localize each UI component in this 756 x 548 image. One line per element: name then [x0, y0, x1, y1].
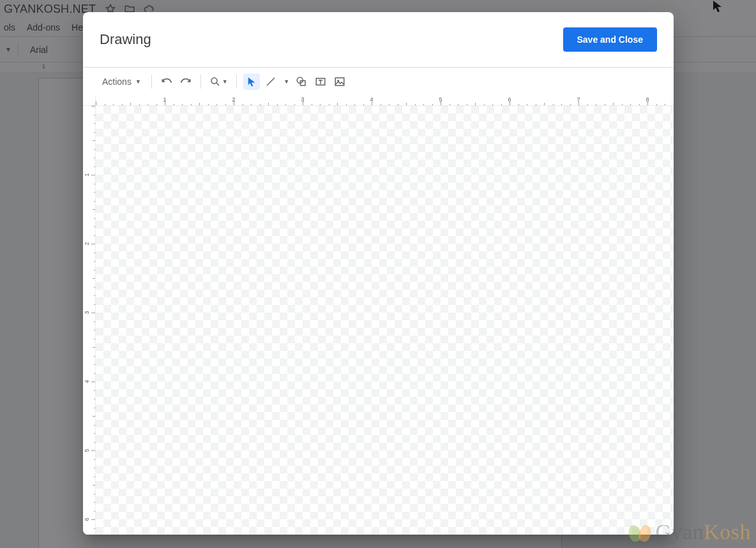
drawing-toolbar: Actions ▼ ▼ ▼: [83, 68, 674, 96]
ruler-tick: [94, 295, 95, 296]
ruler-tick: [93, 278, 95, 279]
drawing-canvas-area: 12345678 123456: [83, 96, 674, 535]
modal-overlay[interactable]: Drawing Save and Close Actions ▼ ▼: [0, 0, 756, 548]
ruler-tick: [450, 104, 450, 105]
dialog-title: Drawing: [100, 31, 151, 48]
ruler-tick: [147, 104, 148, 105]
ruler-tick: [94, 201, 95, 202]
ruler-tick: [312, 104, 312, 105]
ruler-tick: [94, 226, 95, 227]
chevron-down-icon: ▼: [135, 78, 141, 85]
ruler-tick: [93, 140, 95, 141]
ruler-tick: [501, 104, 502, 105]
shape-tool[interactable]: [293, 73, 310, 90]
textbox-tool[interactable]: [312, 73, 329, 90]
ruler-tick: [174, 104, 174, 105]
ruler-tick: [199, 103, 200, 105]
ruler-tick: [570, 104, 571, 105]
ruler-tick: [94, 408, 95, 408]
ruler-tick: [94, 364, 95, 365]
ruler-tick: [285, 104, 286, 105]
ruler-tick: [354, 104, 355, 105]
actions-menu[interactable]: Actions ▼: [98, 73, 145, 90]
ruler-tick: [260, 104, 261, 105]
ruler-number: 4: [84, 380, 90, 383]
chevron-down-icon: ▼: [222, 78, 228, 85]
ruler-tick: [277, 104, 278, 105]
ruler-tick: [329, 104, 329, 105]
ruler-tick: [93, 209, 95, 210]
ruler-tick: [553, 104, 554, 105]
drawing-dialog: Drawing Save and Close Actions ▼ ▼: [83, 12, 674, 535]
ruler-tick: [423, 104, 424, 105]
ruler-tick: [337, 103, 338, 105]
ruler-tick: [458, 104, 458, 105]
ruler-tick: [94, 270, 95, 270]
ruler-tick: [622, 104, 623, 105]
ruler-tick: [320, 104, 321, 105]
svg-rect-6: [335, 78, 344, 85]
ruler-tick: [406, 103, 407, 105]
ruler-tick: [94, 218, 95, 219]
ruler-tick: [94, 287, 95, 288]
chevron-down-icon: ▼: [284, 78, 289, 85]
ruler-tick: [346, 104, 347, 105]
ruler-tick: [91, 244, 95, 244]
svg-point-0: [211, 78, 217, 84]
ruler-tick: [561, 104, 562, 105]
horizontal-ruler[interactable]: 12345678: [96, 96, 674, 106]
ruler-tick: [587, 104, 588, 105]
ruler-tick: [94, 399, 95, 399]
ruler-tick: [94, 390, 95, 391]
ruler-tick: [674, 104, 674, 105]
undo-button[interactable]: [158, 73, 175, 90]
ruler-tick: [94, 184, 95, 184]
redo-button[interactable]: [178, 73, 194, 90]
actions-label: Actions: [102, 77, 132, 87]
ruler-tick: [94, 433, 95, 434]
ruler-tick: [91, 106, 95, 107]
ruler-tick: [94, 356, 95, 357]
ruler-tick: [665, 104, 665, 105]
ruler-tick: [94, 528, 95, 529]
svg-line-2: [267, 78, 275, 85]
ruler-tick: [639, 104, 640, 105]
ruler-tick: [518, 104, 519, 105]
save-and-close-button[interactable]: Save and Close: [563, 27, 658, 52]
ruler-tick: [216, 104, 217, 105]
ruler-tick: [303, 101, 303, 105]
drawing-canvas[interactable]: [96, 106, 674, 535]
ruler-tick: [484, 104, 485, 105]
ruler-tick: [94, 158, 95, 158]
ruler-tick: [363, 104, 364, 105]
ruler-corner: [83, 96, 96, 106]
ruler-tick: [578, 101, 579, 105]
ruler-tick: [294, 104, 295, 105]
ruler-tick: [94, 442, 95, 443]
ruler-number: 2: [84, 242, 90, 245]
ruler-tick: [492, 104, 493, 105]
zoom-button[interactable]: ▼: [208, 73, 230, 90]
line-tool[interactable]: [262, 73, 279, 90]
ruler-tick: [510, 101, 510, 105]
ruler-tick: [91, 175, 95, 175]
ruler-tick: [94, 477, 95, 477]
ruler-tick: [432, 104, 433, 105]
ruler-tick: [94, 425, 95, 426]
ruler-tick: [225, 104, 226, 105]
ruler-tick: [234, 101, 234, 105]
dialog-header: Drawing Save and Close: [83, 12, 674, 68]
ruler-tick: [596, 104, 596, 105]
select-tool[interactable]: [243, 73, 260, 90]
ruler-tick: [94, 468, 95, 468]
image-tool[interactable]: [331, 73, 348, 90]
ruler-tick: [93, 416, 95, 417]
ruler-tick: [191, 104, 192, 105]
line-tool-dropdown[interactable]: ▼: [282, 73, 291, 90]
ruler-tick: [91, 450, 95, 451]
ruler-tick: [647, 101, 648, 105]
ruler-tick: [94, 115, 95, 115]
ruler-tick: [372, 101, 372, 105]
ruler-tick: [94, 304, 95, 305]
vertical-ruler[interactable]: 123456: [83, 106, 96, 535]
